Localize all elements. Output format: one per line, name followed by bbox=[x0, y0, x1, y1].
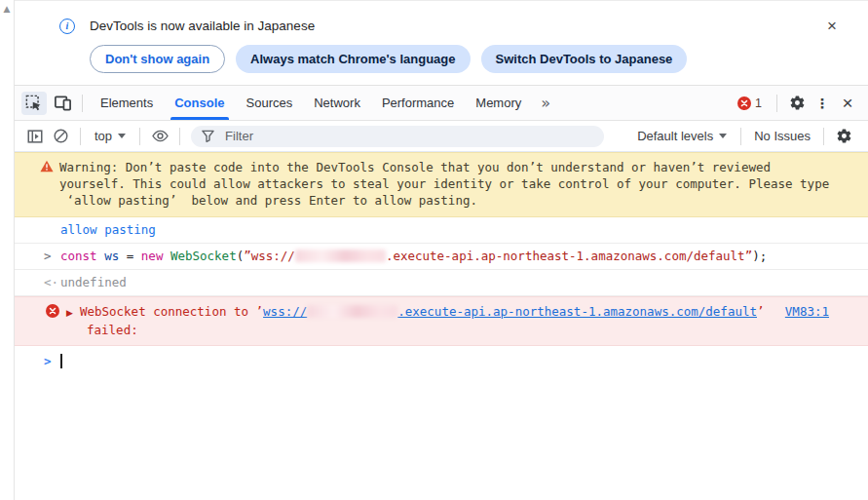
inspect-cursor-icon bbox=[25, 95, 43, 112]
error-count-label: 1 bbox=[755, 96, 762, 110]
chevron-down-icon bbox=[719, 134, 727, 138]
warning-line: Warning: Don’t paste code into the DevTo… bbox=[59, 159, 829, 175]
divider bbox=[179, 128, 180, 145]
context-label: top bbox=[94, 129, 112, 143]
tab-memory[interactable]: Memory bbox=[465, 86, 532, 120]
console-prompt[interactable]: > bbox=[15, 346, 868, 374]
divider bbox=[139, 128, 140, 145]
redacted-api-id-blur bbox=[307, 305, 397, 318]
result-entry: <· undefined bbox=[15, 270, 868, 296]
tabbar-right-controls: 1 ⋮ × bbox=[737, 92, 868, 115]
code-token-string: ”wss:// bbox=[244, 249, 295, 263]
filter-input[interactable] bbox=[223, 128, 593, 144]
left-scroll-rail[interactable]: ▲ bbox=[0, 0, 15, 500]
code-token-keyword: new bbox=[141, 249, 164, 263]
error-line2: failed: bbox=[87, 322, 765, 338]
allow-pasting-entry: allow pasting bbox=[15, 217, 868, 244]
inspect-element-button[interactable] bbox=[21, 92, 47, 115]
result-value: undefined bbox=[60, 275, 127, 290]
console-settings-gear-icon[interactable] bbox=[831, 126, 856, 147]
divider bbox=[823, 128, 824, 145]
info-icon: i bbox=[59, 19, 75, 34]
log-levels-label: Default levels bbox=[637, 129, 713, 143]
console-messages: Warning: Don’t paste code into the DevTo… bbox=[15, 152, 868, 500]
live-expression-eye-icon[interactable] bbox=[147, 126, 172, 147]
error-source-link[interactable]: VM83:1 bbox=[785, 304, 829, 319]
kebab-menu-icon[interactable]: ⋮ bbox=[810, 92, 835, 115]
infobar-close-icon[interactable]: × bbox=[827, 18, 837, 34]
divider bbox=[776, 95, 777, 112]
error-prefix: WebSocket connection to ’ bbox=[80, 304, 263, 319]
error-text: ▶WebSocket connection to ’wss://.execute… bbox=[66, 303, 838, 338]
command-entry: > const ws = new WebSocket(”wss://.execu… bbox=[15, 244, 868, 270]
devtools-main: i DevTools is now available in Japanese … bbox=[15, 0, 868, 500]
device-toolbar-button[interactable] bbox=[50, 92, 75, 115]
chevron-down-icon bbox=[118, 134, 126, 138]
divider bbox=[740, 128, 741, 145]
code-token-variable: ws bbox=[104, 249, 119, 263]
console-sidebar-toggle-icon[interactable] bbox=[22, 126, 48, 147]
code-token-keyword: const bbox=[60, 249, 97, 263]
more-tabs-icon[interactable]: » bbox=[532, 94, 559, 112]
infobar-title: DevTools is now available in Japanese bbox=[90, 19, 827, 33]
command-code: const ws = new WebSocket(”wss://.execute… bbox=[60, 249, 767, 264]
dont-show-again-button[interactable]: Don't show again bbox=[90, 45, 225, 73]
log-levels-dropdown[interactable]: Default levels bbox=[630, 129, 734, 143]
code-token-operator: = bbox=[127, 249, 134, 263]
infobar-title-row: i DevTools is now available in Japanese … bbox=[59, 18, 852, 34]
allow-pasting-text: allow pasting bbox=[60, 222, 156, 238]
redacted-api-id-blur bbox=[295, 250, 386, 262]
tab-sources[interactable]: Sources bbox=[236, 86, 304, 120]
language-infobar: i DevTools is now available in Japanese … bbox=[15, 1, 868, 86]
text-cursor bbox=[60, 354, 62, 368]
filter-field[interactable] bbox=[191, 126, 604, 147]
error-line1: ▶WebSocket connection to ’wss://.execute… bbox=[66, 303, 765, 322]
match-chrome-language-button[interactable]: Always match Chrome's language bbox=[236, 45, 470, 73]
error-circle-icon bbox=[737, 96, 751, 110]
console-toolbar: top Default levels bbox=[15, 121, 868, 152]
expand-triangle-icon[interactable]: ▶ bbox=[66, 308, 73, 318]
error-circle-icon bbox=[46, 304, 59, 338]
tab-performance[interactable]: Performance bbox=[371, 86, 465, 120]
warning-line: ‘allow pasting’ below and press Enter to… bbox=[59, 192, 829, 209]
code-token-paren: ); bbox=[752, 249, 767, 263]
divider bbox=[80, 128, 81, 145]
filter-funnel-icon bbox=[202, 130, 214, 142]
code-token-class: WebSocket bbox=[170, 249, 237, 263]
result-arrow-icon: <· bbox=[44, 275, 60, 290]
settings-gear-icon[interactable] bbox=[784, 92, 810, 115]
error-count-badge[interactable]: 1 bbox=[737, 96, 762, 110]
device-toolbar-icon bbox=[54, 94, 72, 112]
warning-text: Warning: Don’t paste code into the DevTo… bbox=[59, 159, 829, 209]
paste-warning-message: Warning: Don’t paste code into the DevTo… bbox=[15, 152, 868, 217]
infobar-actions: Don't show again Always match Chrome's l… bbox=[90, 45, 852, 73]
websocket-url-link[interactable]: wss:// bbox=[263, 304, 307, 319]
clear-console-icon[interactable] bbox=[48, 126, 73, 147]
devtools-window: ▲ i DevTools is now available in Japanes… bbox=[0, 0, 868, 500]
websocket-url-link[interactable]: .execute-api.ap-northeast-1.amazonaws.co… bbox=[397, 304, 757, 319]
code-token-string: .execute-api.ap-northeast-1.amazonaws.co… bbox=[386, 249, 752, 263]
warning-line: yourself. This could allow attackers to … bbox=[59, 175, 829, 192]
tab-console[interactable]: Console bbox=[164, 86, 235, 120]
websocket-error-entry: ▶WebSocket connection to ’wss://.execute… bbox=[15, 296, 868, 346]
tab-elements[interactable]: Elements bbox=[90, 86, 164, 120]
issues-counter[interactable]: No Issues bbox=[748, 129, 816, 143]
error-suffix: ’ bbox=[757, 304, 765, 319]
devtools-tabbar: Elements Console Sources Network Perform… bbox=[15, 86, 868, 121]
panel-tabs: Elements Console Sources Network Perform… bbox=[90, 86, 532, 120]
input-chevron-icon: > bbox=[44, 249, 60, 264]
warning-triangle-icon bbox=[40, 160, 54, 209]
console-toolbar-right: Default levels No Issues bbox=[630, 126, 860, 147]
prompt-chevron-icon: > bbox=[44, 354, 60, 369]
switch-to-japanese-button[interactable]: Switch DevTools to Japanese bbox=[481, 45, 688, 73]
scroll-up-icon[interactable]: ▲ bbox=[4, 5, 11, 500]
tab-network[interactable]: Network bbox=[303, 86, 371, 120]
close-devtools-icon[interactable]: × bbox=[835, 92, 860, 115]
context-selector[interactable]: top bbox=[88, 129, 132, 143]
divider bbox=[82, 95, 83, 112]
